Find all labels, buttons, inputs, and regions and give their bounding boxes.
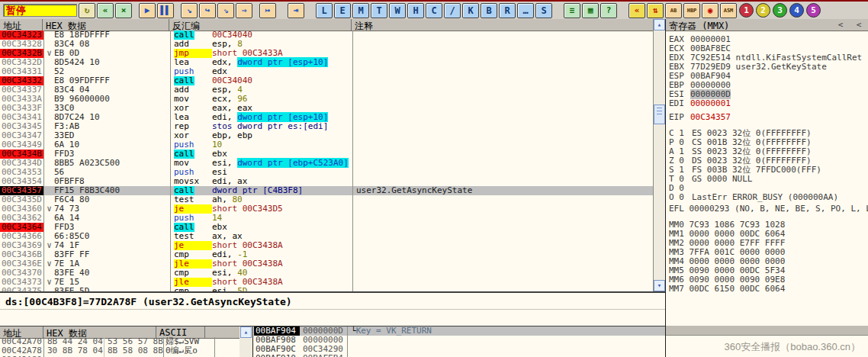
dump-scroll-up-icon[interactable]: ▴ bbox=[240, 326, 252, 338]
scroll-down-icon[interactable]: ▾ bbox=[654, 280, 665, 291]
collapse-right-icon[interactable]: < bbox=[853, 20, 865, 30]
operand: esi, bbox=[212, 286, 237, 292]
disasm-row[interactable]: 00C3435356pushesi bbox=[0, 168, 653, 177]
step-over-icon[interactable]: ↪ bbox=[199, 3, 216, 18]
disasm-row[interactable]: 00C3434D8BB5 A023C500movesi, dword ptr [… bbox=[0, 159, 653, 168]
disasm-row[interactable]: 00C3437583FE 5Dcmpesi, 5D bbox=[0, 287, 653, 292]
disassembly-scrollbar[interactable]: ▴ ▾ bbox=[653, 19, 665, 292]
instruction-comment bbox=[353, 67, 653, 76]
log-window-button[interactable]: L bbox=[316, 3, 333, 18]
instruction-text: pushedx bbox=[171, 67, 353, 76]
help-icon[interactable]: ? bbox=[600, 3, 617, 18]
breakpoints-window-button[interactable]: B bbox=[481, 3, 497, 18]
jump-arrow bbox=[44, 58, 54, 67]
modules-window-button[interactable]: E bbox=[334, 3, 351, 18]
hbp-icon[interactable]: HBP bbox=[683, 3, 700, 18]
register-row[interactable]: EDI00000001 bbox=[669, 99, 868, 108]
instruction-text: push10 bbox=[171, 140, 353, 150]
disasm-row[interactable]: 00C343496A 10push10 bbox=[0, 140, 653, 150]
disasm-row[interactable]: 00C3436B83FF FFcmpedi, -1 bbox=[0, 250, 653, 259]
threads-window-button[interactable]: T bbox=[371, 3, 387, 18]
instruction-text: callebx bbox=[171, 223, 353, 232]
animate-into-icon[interactable]: ⇘ bbox=[217, 3, 234, 18]
dump-rows[interactable]: 00C42A708B 44 24 0453 56 57 8B婦$↵SVW00C4… bbox=[0, 337, 240, 357]
register-row-eip[interactable]: EIP00C34357 bbox=[669, 113, 868, 122]
collapse-left-icon[interactable]: < bbox=[834, 20, 847, 30]
scrollbar-thumb[interactable] bbox=[654, 105, 665, 124]
disasm-row[interactable]: 00C3434733EDxorebp, ebp bbox=[0, 131, 653, 140]
disasm-row[interactable]: 00C3437083FE 40cmpesi, 40 bbox=[0, 269, 653, 278]
instruction-text: jleshort 00C3438A bbox=[171, 278, 353, 287]
trace-forward-icon[interactable]: ⇅ bbox=[647, 3, 664, 18]
instruction-comment bbox=[353, 104, 653, 113]
exec-till-return-icon[interactable]: ↦ bbox=[259, 3, 276, 18]
disasm-row[interactable]: 00C3432D8D5424 10leaedx, dword ptr [esp+… bbox=[0, 58, 653, 67]
mmx-row[interactable]: MM7 00DC 6150 00DC 6064 bbox=[669, 285, 868, 294]
memory-window-button[interactable]: M bbox=[352, 3, 369, 18]
info-pane-divider bbox=[0, 309, 665, 310]
open-file-icon[interactable]: ↻ bbox=[79, 3, 95, 18]
flag-row[interactable]: T 0GS 0000 NULL bbox=[669, 175, 868, 184]
runtrace-window-button[interactable]: … bbox=[517, 3, 534, 18]
disasm-row[interactable]: 00C34357FF15 F8B3C400calldword ptr [C4B3… bbox=[0, 186, 653, 195]
instruction-comment bbox=[353, 85, 653, 95]
disasm-row[interactable]: 00C34364FFD3callebx bbox=[0, 223, 653, 232]
log-icon[interactable]: ≡ bbox=[564, 3, 580, 18]
scroll-up-icon[interactable]: ▴ bbox=[654, 19, 665, 31]
dump-scrollbar[interactable]: ▴ bbox=[240, 326, 253, 357]
restart-icon[interactable]: « bbox=[97, 3, 114, 18]
breakpoint-3-icon[interactable]: 3 bbox=[773, 3, 787, 18]
disasm-row[interactable]: 00C34373∨7E 15jleshort 00C3438A bbox=[0, 278, 653, 287]
handles-window-button[interactable]: H bbox=[407, 3, 424, 18]
breakpoint-5-icon[interactable]: 5 bbox=[806, 3, 821, 18]
stack-pane[interactable]: 00BAF9040000000D└Key = VK_RETURN00BAF908… bbox=[254, 326, 665, 357]
run-icon[interactable]: ▶ bbox=[139, 3, 156, 18]
source-window-button[interactable]: S bbox=[535, 3, 552, 18]
callstack-window-button[interactable]: K bbox=[462, 3, 479, 18]
disasm-row[interactable]: 00C34332E8 09FDFFFFcall00C34040 bbox=[0, 76, 653, 85]
instruction-comment bbox=[353, 204, 653, 214]
breakpoint-1-icon[interactable]: 1 bbox=[739, 3, 754, 18]
registers-pane[interactable]: 寄存器 (MMX) < < EAX00000001ECX00BAF8ECEDX7… bbox=[665, 19, 868, 325]
operand: short 00C343D5 bbox=[212, 204, 283, 214]
stack-comment bbox=[348, 345, 665, 354]
instruction-text: push14 bbox=[171, 214, 353, 223]
references-window-button[interactable]: R bbox=[499, 3, 516, 18]
disasm-row[interactable]: 00C3432883C4 08addesp, 8 bbox=[0, 40, 653, 49]
disasm-row[interactable]: 00C34323E8 18FDFFFFcall00C34040 bbox=[0, 31, 653, 40]
disassembly-pane[interactable]: 地址 HEX 数据 反汇编 注释 00C34323E8 18FDFFFFcall… bbox=[0, 19, 665, 292]
instruction-text: repstos dword ptr es:[edi] bbox=[171, 122, 353, 131]
instruction-comment bbox=[353, 223, 653, 232]
disasm-row[interactable]: 00C34369∨74 1Fjeshort 00C3438A bbox=[0, 241, 653, 250]
step-into-icon[interactable]: ↘ bbox=[181, 3, 198, 18]
disasm-row[interactable]: 00C34360∨74 73jeshort 00C343D5 bbox=[0, 204, 653, 214]
trace-back-icon[interactable]: « bbox=[628, 3, 645, 18]
asm-icon[interactable]: ASM bbox=[720, 3, 737, 18]
disasm-row[interactable]: 00C3436E∨7E 1Ajleshort 00C3438A bbox=[0, 259, 653, 269]
stack-row[interactable]: 00BAF91000BAFEB4 bbox=[254, 354, 665, 357]
flag-row[interactable]: O 0LastErr ERROR_BUSY (000000AA) bbox=[669, 193, 868, 202]
target-icon[interactable]: ◉ bbox=[702, 3, 719, 18]
breakpoint-2-icon[interactable]: 2 bbox=[756, 3, 770, 18]
jump-arrow bbox=[44, 67, 54, 76]
breakpoint-4-icon[interactable]: 4 bbox=[789, 3, 804, 18]
patch-ab-icon[interactable]: AB bbox=[665, 3, 682, 18]
close-icon[interactable]: × bbox=[115, 3, 132, 18]
pause-icon[interactable]: ▌▌ bbox=[157, 3, 174, 18]
efl-row[interactable]: EFL 00000293 (NO, B, NE, BE, S, PO, L, L… bbox=[669, 204, 868, 214]
column-header-disasm: 反汇编 bbox=[169, 19, 352, 31]
goto-icon[interactable]: ⇥ bbox=[288, 3, 304, 18]
instruction-comment bbox=[353, 177, 653, 186]
appearance-icon[interactable]: ▦ bbox=[582, 3, 599, 18]
info-pane[interactable]: ds:[00C4B3F8]=77D2A78F (user32.GetAsyncK… bbox=[0, 292, 665, 326]
instruction-text: call00C34040 bbox=[171, 31, 353, 40]
windows-window-button[interactable]: W bbox=[389, 3, 406, 18]
patches-window-button[interactable]: / bbox=[444, 3, 461, 18]
disasm-row[interactable]: 00C343626A 14push14 bbox=[0, 214, 653, 223]
disasm-row[interactable]: 00C34345F3:ABrepstos dword ptr es:[edi] bbox=[0, 122, 653, 131]
cpu-window-button[interactable]: C bbox=[426, 3, 442, 18]
disasm-row[interactable]: 00C3436666:85C0testax, ax bbox=[0, 232, 653, 241]
disasm-row[interactable]: 00C3435DF6C4 80testah, 80 bbox=[0, 195, 653, 204]
animate-over-icon[interactable]: ⇒ bbox=[236, 3, 252, 18]
disasm-row[interactable]: 00C3433AB9 96000000movecx, 96 bbox=[0, 95, 653, 104]
